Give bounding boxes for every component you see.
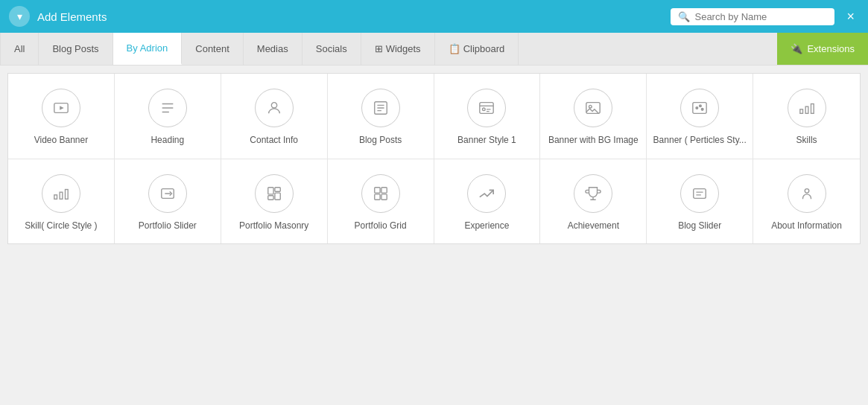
tab-blog-posts[interactable]: Blog Posts [39,33,113,65]
svg-rect-15 [54,194,57,199]
extensions-button[interactable]: 🔌 Extensions [777,33,868,65]
grid-item-video-banner[interactable]: Video Banner [8,74,115,159]
grid-item-skill-circle[interactable]: Skill( Circle Style ) [8,159,115,244]
grid-item-skills[interactable]: Skills [753,74,860,159]
svg-rect-8 [693,103,706,114]
close-button[interactable]: × [842,9,859,25]
svg-point-11 [701,108,703,110]
svg-rect-16 [60,192,63,199]
svg-point-5 [483,108,486,111]
grid-item-portfolio-slider[interactable]: Portfolio Slider [115,159,221,244]
svg-rect-19 [267,187,273,194]
grid-item-contact-info[interactable]: Contact Info [221,74,328,159]
collapse-button[interactable]: ▾ [9,6,30,27]
svg-rect-22 [275,193,280,200]
achievement-icon [574,174,612,213]
blog-posts-label: Blog Posts [359,135,402,147]
blog-slider-icon [680,174,719,213]
tab-by-adrion[interactable]: By Adrion [113,33,183,65]
banner-perticles-icon [680,89,719,127]
chevron-down-icon: ▾ [17,10,22,22]
search-input[interactable] [694,11,827,22]
svg-point-7 [589,105,592,108]
header: ▾ Add Elements 🔍 × [0,0,868,33]
portfolio-grid-icon [361,174,400,213]
svg-marker-1 [60,106,64,110]
svg-rect-14 [811,104,814,114]
grid-item-achievement[interactable]: Achievement [540,159,647,244]
skill-circle-label: Skill( Circle Style ) [25,220,97,232]
svg-rect-24 [381,187,386,192]
tabs-bar: All Blog Posts By Adrion Content Medias … [0,33,868,66]
skills-icon [788,89,826,127]
banner-style1-label: Banner Style 1 [457,135,516,147]
elements-grid: Video Banner Heading Contact Info Blog P… [7,73,861,244]
portfolio-masonry-label: Portfolio Masonry [239,220,308,232]
tab-medias[interactable]: Medias [244,33,302,65]
blog-posts-icon [361,89,400,127]
svg-rect-17 [65,189,68,199]
grid-item-blog-slider[interactable]: Blog Slider [647,159,753,244]
tab-widgets[interactable]: ⊞ Widgets [361,33,435,65]
portfolio-slider-label: Portfolio Slider [139,220,197,232]
experience-icon [467,174,506,213]
banner-bg-image-label: Banner with BG Image [548,135,639,147]
grid-item-portfolio-grid[interactable]: Portfolio Grid [328,159,434,244]
svg-rect-6 [586,103,600,114]
search-box: 🔍 [671,8,834,25]
grid-item-about-information[interactable]: About Information [753,159,860,244]
portfolio-grid-label: Portfolio Grid [355,220,407,232]
banner-style1-icon [467,89,506,127]
tab-content[interactable]: Content [182,33,244,65]
svg-rect-25 [374,194,379,200]
svg-rect-20 [275,187,280,191]
heading-label: Heading [151,135,184,147]
heading-icon [148,89,187,127]
video-banner-label: Video Banner [34,135,89,147]
svg-rect-12 [799,109,802,114]
svg-point-2 [271,103,276,108]
svg-point-28 [805,188,809,193]
portfolio-slider-icon [148,174,187,213]
grid-item-banner-bg-image[interactable]: Banner with BG Image [540,74,647,159]
banner-perticles-label: Banner ( Perticles Sty... [653,135,747,147]
panel-title: Add Elements [37,10,663,23]
search-icon: 🔍 [678,11,690,22]
contact-info-icon [255,89,294,127]
tab-socials[interactable]: Socials [302,33,361,65]
svg-point-9 [696,107,698,109]
about-information-label: About Information [771,220,842,232]
svg-rect-23 [374,187,379,192]
video-banner-icon [42,89,80,127]
grid-item-banner-perticles[interactable]: Banner ( Perticles Sty... [647,74,753,159]
experience-label: Experience [464,220,509,232]
tab-clipboard[interactable]: 📋 Clipboard [435,33,519,65]
skill-circle-icon [42,174,80,213]
grid-item-portfolio-masonry[interactable]: Portfolio Masonry [221,159,328,244]
grid-item-banner-style1[interactable]: Banner Style 1 [434,74,541,159]
grid-item-blog-posts[interactable]: Blog Posts [328,74,434,159]
skills-label: Skills [796,135,817,147]
about-information-icon [788,174,826,213]
svg-rect-26 [381,194,386,200]
svg-rect-13 [805,106,808,113]
achievement-label: Achievement [568,220,619,232]
blog-slider-label: Blog Slider [678,220,721,232]
svg-rect-21 [267,195,273,200]
grid-item-heading[interactable]: Heading [115,74,221,159]
contact-info-label: Contact Info [250,135,298,147]
svg-point-10 [700,105,702,107]
tab-all[interactable]: All [0,33,39,65]
grid-item-experience[interactable]: Experience [434,159,541,244]
banner-bg-image-icon [574,89,612,127]
svg-rect-27 [694,188,706,198]
portfolio-masonry-icon [255,174,294,213]
extensions-icon: 🔌 [791,43,802,54]
